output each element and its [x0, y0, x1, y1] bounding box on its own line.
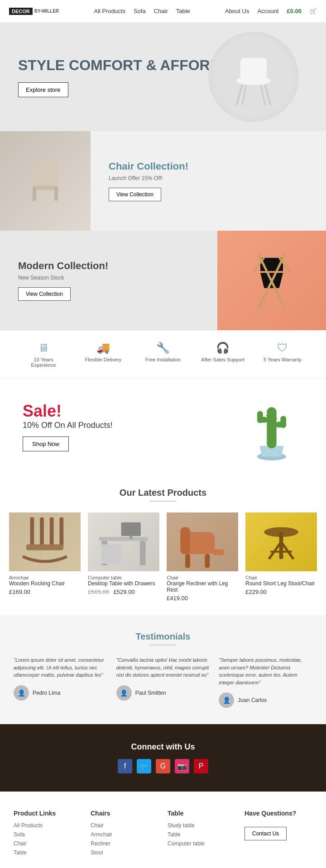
svg-rect-9 — [36, 185, 54, 190]
rocking-chair-svg — [9, 512, 81, 571]
nav-about[interactable]: About Us — [225, 8, 249, 14]
svg-rect-29 — [26, 544, 63, 550]
facebook-icon[interactable]: f — [118, 759, 132, 773]
nav-table[interactable]: Table — [176, 8, 190, 14]
twitter-icon[interactable]: 🐦 — [137, 759, 151, 773]
google-icon[interactable]: G — [156, 759, 170, 773]
footer-link-all-products[interactable]: All Products — [14, 822, 82, 829]
nav-cart[interactable]: £0.00 — [287, 8, 302, 14]
products-divider — [149, 501, 177, 502]
product-price-1: £169.00 — [9, 588, 81, 595]
testimonial-author-3: 👤 Juan Carlos — [219, 693, 312, 708]
product-card-4[interactable]: Chair Round Short Leg Stool/Chair £229.0… — [245, 512, 317, 602]
svg-rect-33 — [101, 544, 121, 564]
author-avatar-2: 👤 — [116, 685, 132, 701]
products-grid: Armchair Wooden Rocking Chair £169.00 Co… — [9, 512, 317, 602]
footer-links: Product Links All Products Sofa Chair Ta… — [0, 792, 326, 868]
testimonial-author-1: 👤 Pedro Lima — [14, 685, 107, 701]
footer-col-contact: Have Questions? Contact Us — [244, 810, 312, 859]
nav-chair[interactable]: Chair — [154, 8, 168, 14]
features-bar: 🖥 10 Years Experience 🚚 Flexible Deliver… — [0, 330, 326, 379]
footer-link-chair-type[interactable]: Chair — [91, 822, 158, 829]
nav-sofa[interactable]: Sofa — [134, 8, 146, 14]
footer-link-stool[interactable]: Stool — [91, 849, 158, 856]
social-icons: f 🐦 G 📷 P — [9, 759, 317, 773]
hero-section: STYLE COMFORT & AFFORDABLE Explore store — [0, 23, 326, 131]
chair-collection-image — [0, 131, 91, 231]
author-name-2: Paul Smitten — [135, 690, 166, 696]
nav-all-products[interactable]: All Products — [94, 8, 125, 14]
footer-col-contact-title: Have Questions? — [244, 810, 312, 817]
product-category-4: Chair — [245, 575, 317, 580]
footer-col-table: Table Study table Table Computer table — [168, 810, 235, 859]
navbar: DECOR BY•MILLER All Products Sofa Chair … — [0, 0, 326, 23]
feature-installation: 🔧 Free Installation — [140, 342, 186, 368]
chair-image-placeholder — [0, 131, 91, 231]
stool-svg — [245, 512, 317, 571]
feature-experience-label: 10 Years Experience — [21, 357, 66, 368]
contact-us-button[interactable]: Contact Us — [244, 827, 287, 840]
testimonial-text-2: "Convallis lacinia optio! Hac morbi labo… — [116, 656, 210, 679]
svg-rect-8 — [54, 186, 58, 201]
footer-link-chair[interactable]: Chair — [14, 840, 82, 847]
chair-collection-subtitle: Launch Offer 15% Off! — [109, 175, 308, 181]
product-card-2[interactable]: Computer table Desktop Table with Drawer… — [88, 512, 159, 602]
footer-link-computer-table[interactable]: Computer table — [168, 840, 235, 847]
pinterest-icon[interactable]: P — [194, 759, 208, 773]
modern-collection-button[interactable]: View Collection — [18, 287, 71, 301]
svg-rect-21 — [280, 416, 286, 428]
product-image-3 — [167, 512, 238, 571]
nav-account[interactable]: Account — [257, 8, 278, 14]
hero-chair-image — [208, 32, 299, 122]
author-name-3: Juan Carlos — [238, 697, 267, 703]
testimonials-section: Testimonials "Lorem ipsum dolor sit amet… — [0, 615, 326, 724]
experience-icon: 🖥 — [38, 342, 49, 354]
product-card-1[interactable]: Armchair Wooden Rocking Chair £169.00 — [9, 512, 81, 602]
feature-warranty: 🛡 5 Years Warranty — [260, 342, 305, 368]
support-icon: 🎧 — [216, 342, 230, 354]
chair-collection-banner: Chair Collection! Launch Offer 15% Off! … — [0, 131, 326, 231]
footer-link-sofa[interactable]: Sofa — [14, 831, 82, 838]
footer-link-study-table[interactable]: Study table — [168, 822, 235, 829]
explore-store-button[interactable]: Explore store — [18, 82, 68, 97]
svg-line-4 — [242, 85, 246, 105]
product-card-3[interactable]: Chair Orange Recliner with Leg Rest £419… — [167, 512, 238, 602]
product-name-3: Orange Recliner with Leg Rest — [167, 580, 238, 593]
svg-rect-39 — [185, 554, 190, 568]
products-section-title: Our Latest Products — [9, 488, 317, 498]
product-name-1: Wooden Rocking Chair — [9, 580, 81, 587]
svg-rect-34 — [121, 522, 141, 536]
product-price-2: £565.00 £529.00 — [88, 588, 159, 595]
instagram-icon[interactable]: 📷 — [175, 759, 189, 773]
installation-icon: 🔧 — [156, 342, 170, 354]
modern-collection-banner: Modern Collection! New Season Stock View… — [0, 231, 326, 330]
feature-warranty-label: 5 Years Warranty — [264, 357, 302, 362]
connect-title: Connect with Us — [9, 742, 317, 752]
recliner-svg — [167, 512, 238, 571]
shop-now-button[interactable]: Shop Now — [23, 436, 69, 451]
footer-col-chairs: Chairs Chair Armchair Recliner Stool — [91, 810, 158, 859]
svg-rect-40 — [205, 554, 210, 568]
feature-delivery-label: Flexible Delivery — [85, 357, 122, 362]
nav-links: All Products Sofa Chair Table — [94, 8, 190, 14]
products-section: Our Latest Products Armchair Wooden Rock… — [0, 474, 326, 615]
testimonial-text-1: "Lorem ipsum dolor sit amet, consectetur… — [14, 656, 107, 679]
footer-link-table[interactable]: Table — [14, 849, 82, 856]
footer-link-recliner[interactable]: Recliner — [91, 840, 158, 847]
svg-rect-19 — [257, 411, 263, 423]
product-image-2 — [88, 512, 159, 571]
svg-line-2 — [237, 85, 243, 105]
desk-svg — [88, 512, 159, 571]
sale-text: Sale! 10% Off On All Products! Shop Now — [23, 402, 113, 451]
product-price-3: £419.00 — [167, 595, 238, 602]
logo[interactable]: DECOR BY•MILLER — [9, 8, 59, 15]
product-name-2: Desktop Table with Drawers — [88, 580, 159, 587]
modern-collection-subtitle: New Season Stock — [18, 275, 199, 281]
footer-link-armchair[interactable]: Armchair — [91, 831, 158, 838]
footer-link-table-type[interactable]: Table — [168, 831, 235, 838]
svg-rect-32 — [140, 541, 146, 565]
sale-heading: Sale! — [23, 402, 113, 421]
cart-icon[interactable]: 🛒 — [310, 8, 317, 14]
sale-subheading: 10% Off On All Products! — [23, 421, 113, 430]
chair-collection-button[interactable]: View Collection — [109, 188, 161, 201]
